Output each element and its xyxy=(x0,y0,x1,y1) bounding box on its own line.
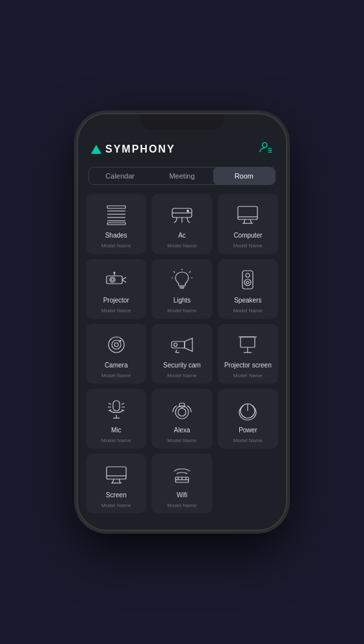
device-card-computer[interactable]: Computer Model Name xyxy=(218,194,278,254)
mic-name: Mic xyxy=(111,427,122,434)
device-card-speakers[interactable]: Speakers Model Name xyxy=(218,259,278,319)
tab-calendar[interactable]: Calendar xyxy=(89,167,151,184)
svg-point-42 xyxy=(174,343,177,347)
shades-icon xyxy=(103,202,129,228)
computer-name: Computer xyxy=(233,232,262,239)
projector-screen-name: Projector screen xyxy=(224,362,272,369)
device-card-screen[interactable]: Screen Model Name xyxy=(86,454,146,514)
screen-name: Screen xyxy=(106,491,127,499)
svg-rect-18 xyxy=(107,276,122,284)
camera-name: Camera xyxy=(105,362,128,369)
device-grid: Shades Model Name xyxy=(86,194,278,514)
device-grid-container: Shades Model Name xyxy=(78,192,286,530)
svg-rect-49 xyxy=(113,401,120,411)
user-profile-icon[interactable] xyxy=(259,140,273,158)
app-title: SYMPHONY xyxy=(105,143,176,155)
shades-model: Model Name xyxy=(101,243,131,249)
device-card-projector-screen[interactable]: Projector screen Model Name xyxy=(218,324,278,384)
device-card-alexa[interactable]: Alexa Model Name xyxy=(151,389,212,449)
security-cam-icon xyxy=(169,332,195,358)
device-card-lights[interactable]: Lights Model Name xyxy=(151,259,212,319)
logo-icon xyxy=(91,145,101,154)
device-card-projector[interactable]: Projector Model Name xyxy=(86,259,146,319)
projector-name: Projector xyxy=(103,297,129,304)
svg-marker-41 xyxy=(185,338,192,351)
mic-icon xyxy=(103,397,129,423)
speakers-name: Speakers xyxy=(234,297,261,304)
svg-point-12 xyxy=(187,210,189,212)
svg-point-19 xyxy=(110,277,115,282)
device-card-camera[interactable]: Camera Model Name xyxy=(86,324,146,384)
computer-model: Model Name xyxy=(233,243,263,249)
device-card-wifi[interactable]: Wifi Model Name xyxy=(151,454,212,514)
speakers-icon xyxy=(235,267,261,293)
wifi-model: Model Name xyxy=(167,502,196,508)
lights-name: Lights xyxy=(174,297,191,304)
tab-room[interactable]: Room xyxy=(213,167,275,184)
svg-rect-9 xyxy=(107,223,125,225)
device-card-mic[interactable]: Mic Model Name xyxy=(86,389,146,449)
device-card-shades[interactable]: Shades Model Name xyxy=(86,194,146,254)
power-name: Power xyxy=(239,427,257,434)
projector-icon xyxy=(103,267,129,293)
screen-icon xyxy=(103,462,129,488)
speakers-model: Model Name xyxy=(233,308,263,314)
svg-rect-13 xyxy=(238,206,257,219)
svg-rect-46 xyxy=(240,337,255,347)
power-icon xyxy=(235,397,261,423)
ac-name: Ac xyxy=(178,232,186,239)
svg-point-38 xyxy=(114,343,118,347)
ac-model: Model Name xyxy=(167,243,196,249)
device-card-security-cam[interactable]: Security cam Model Name xyxy=(151,324,212,384)
logo-container: SYMPHONY xyxy=(91,143,176,155)
svg-line-21 xyxy=(122,277,126,280)
svg-rect-58 xyxy=(107,467,126,479)
svg-point-39 xyxy=(119,340,121,342)
app-header: SYMPHONY xyxy=(78,135,286,164)
svg-line-61 xyxy=(119,479,120,483)
projector-screen-icon xyxy=(235,332,261,358)
svg-line-28 xyxy=(174,271,175,273)
tab-bar: Calendar Meeting Room xyxy=(88,167,276,185)
wifi-name: Wifi xyxy=(177,491,188,499)
svg-rect-54 xyxy=(179,403,185,407)
camera-icon xyxy=(103,332,129,358)
svg-line-29 xyxy=(189,271,190,273)
device-card-ac[interactable]: Ac Model Name xyxy=(151,194,212,254)
device-card-power[interactable]: Power Model Name xyxy=(218,389,278,449)
phone-frame: SYMPHONY Calendar Meeting Room xyxy=(78,114,286,530)
svg-point-34 xyxy=(244,279,251,286)
mic-model: Model Name xyxy=(101,438,131,443)
lights-icon xyxy=(169,267,195,293)
alexa-name: Alexa xyxy=(174,427,190,434)
projector-model: Model Name xyxy=(101,308,131,314)
svg-point-33 xyxy=(246,273,250,277)
security-cam-model: Model Name xyxy=(167,373,196,378)
svg-point-24 xyxy=(113,272,115,274)
alexa-model: Model Name xyxy=(167,438,196,443)
power-model: Model Name xyxy=(233,438,263,443)
svg-point-37 xyxy=(112,340,121,349)
svg-point-35 xyxy=(246,281,249,284)
screen-model: Model Name xyxy=(101,502,131,508)
svg-line-15 xyxy=(244,219,245,223)
svg-point-20 xyxy=(111,279,114,281)
projector-screen-model: Model Name xyxy=(233,373,263,378)
computer-icon xyxy=(235,202,261,228)
wifi-icon xyxy=(169,462,195,488)
alexa-icon xyxy=(169,397,195,423)
lights-model: Model Name xyxy=(167,308,196,314)
svg-point-0 xyxy=(263,143,267,147)
security-cam-name: Security cam xyxy=(163,362,201,369)
ac-icon xyxy=(169,202,195,228)
svg-point-36 xyxy=(109,337,124,353)
phone-notch xyxy=(140,114,224,130)
svg-rect-4 xyxy=(107,206,125,208)
svg-point-53 xyxy=(178,408,186,416)
camera-model: Model Name xyxy=(101,373,131,378)
svg-line-16 xyxy=(250,219,252,223)
phone-screen: SYMPHONY Calendar Meeting Room xyxy=(78,114,286,530)
tab-meeting[interactable]: Meeting xyxy=(151,167,213,184)
svg-line-22 xyxy=(122,280,126,282)
svg-line-60 xyxy=(112,479,114,483)
